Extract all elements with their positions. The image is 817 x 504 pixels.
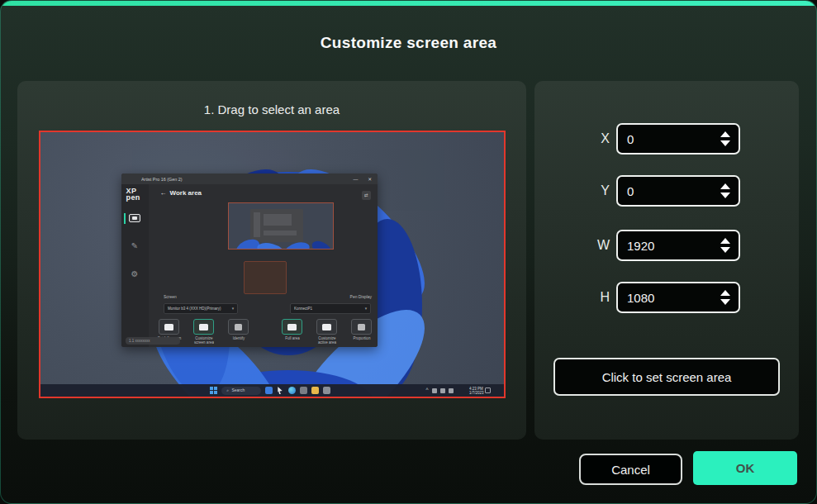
dialog-content: 1. Drag to select an area bbox=[17, 81, 799, 440]
cancel-button[interactable]: Cancel bbox=[579, 454, 682, 485]
h-spin-down-button[interactable] bbox=[720, 299, 730, 305]
notification-icon bbox=[485, 388, 491, 393]
gear-icon: ⚙ bbox=[131, 270, 139, 278]
tablet-area-icon bbox=[287, 324, 297, 330]
tablet-area-icon bbox=[322, 324, 331, 330]
h-input[interactable]: 1080 bbox=[616, 282, 740, 313]
monitor-preview-window bbox=[250, 209, 303, 242]
dialog-title: Customize screen area bbox=[1, 34, 816, 52]
tablet-area-preview bbox=[244, 261, 287, 294]
battery-icon bbox=[449, 388, 454, 393]
full-area-button: Full area bbox=[278, 319, 306, 347]
search-icon: ⌕ bbox=[226, 388, 229, 392]
x-spin-up-button[interactable] bbox=[720, 131, 730, 137]
app-title: Artist Pro 16 (Gen 2) bbox=[141, 177, 183, 182]
wifi-icon bbox=[432, 388, 437, 393]
x-label: X bbox=[593, 131, 610, 146]
w-input[interactable]: 1920 bbox=[616, 230, 740, 261]
y-spin-down-button[interactable] bbox=[720, 193, 730, 198]
cursor-icon bbox=[277, 387, 284, 394]
back-icon: ← bbox=[160, 189, 167, 197]
set-screen-area-button[interactable]: Click to set screen area bbox=[553, 358, 780, 396]
customize-active-area-button: Customize active area bbox=[313, 319, 341, 347]
monitor-dropdown: Monitor b3 4 (XXX HD)(Primary) ▾ bbox=[164, 303, 238, 314]
sidebar-item-tablet bbox=[121, 213, 149, 224]
identify-button: Identify bbox=[225, 319, 253, 347]
driver-version-badge: 1.1 xxxxxxxx bbox=[126, 337, 180, 345]
rotate-icon: ⇄ bbox=[362, 191, 371, 200]
taskbar-search: ⌕ Search bbox=[221, 387, 261, 395]
minimize-icon: — bbox=[354, 176, 359, 182]
window-controls: — ✕ bbox=[352, 174, 373, 184]
x-input[interactable]: 0 bbox=[616, 123, 740, 155]
h-spin-up-button[interactable] bbox=[720, 290, 730, 296]
chat-icon bbox=[265, 387, 273, 394]
pen-icon: ✎ bbox=[131, 242, 138, 250]
screen-icon bbox=[164, 324, 173, 330]
w-label: W bbox=[593, 238, 610, 253]
chevron-down-icon: ▾ bbox=[365, 306, 367, 311]
sidebar-item-pen: ✎ bbox=[121, 241, 149, 252]
tablet-icon bbox=[129, 214, 140, 222]
y-spin-up-button[interactable] bbox=[720, 183, 730, 189]
monitor-preview bbox=[228, 202, 334, 250]
drag-instruction: 1. Drag to select an area bbox=[17, 102, 526, 116]
xppen-logo: XP pen bbox=[126, 188, 149, 202]
camera-icon bbox=[323, 387, 330, 394]
mic-icon bbox=[300, 387, 307, 394]
pen-display-dropdown: KonnectP1 ▾ bbox=[290, 303, 371, 314]
pen-display-label: Pen Display bbox=[350, 294, 372, 299]
close-icon: ✕ bbox=[368, 176, 372, 182]
dialog-footer: Cancel OK bbox=[579, 451, 797, 485]
ok-button[interactable]: OK bbox=[693, 451, 797, 485]
identify-icon bbox=[235, 324, 242, 330]
sidebar-item-settings: ⚙ bbox=[121, 269, 149, 280]
h-label: H bbox=[593, 290, 610, 305]
y-input[interactable]: 0 bbox=[616, 175, 740, 207]
volume-icon bbox=[440, 388, 445, 393]
work-area-heading: Work area bbox=[170, 189, 202, 197]
window-accent-bar bbox=[1, 1, 816, 6]
w-spin-up-button[interactable] bbox=[720, 238, 730, 244]
windows-taskbar: ⌕ Search ^ bbox=[40, 384, 504, 397]
folder-icon bbox=[311, 387, 319, 394]
app-sidebar: XP pen ✎ bbox=[121, 184, 149, 347]
drag-select-panel: 1. Drag to select an area bbox=[17, 81, 526, 440]
screen-icon bbox=[199, 324, 208, 330]
active-indicator bbox=[124, 213, 126, 224]
taskbar-clock: 4:23 PM 1/7/2023 bbox=[457, 387, 482, 395]
screen-label: Screen bbox=[164, 294, 177, 299]
app-titlebar: Artist Pro 16 (Gen 2) — ✕ bbox=[121, 174, 378, 184]
y-label: Y bbox=[593, 183, 610, 198]
proportion-icon bbox=[358, 324, 365, 330]
chevron-down-icon: ▾ bbox=[232, 306, 234, 311]
driver-app-window: Artist Pro 16 (Gen 2) — ✕ XP pen bbox=[121, 174, 378, 347]
w-spin-down-button[interactable] bbox=[720, 247, 730, 253]
customize-screen-area-button: Customize screen area bbox=[190, 319, 218, 347]
coordinates-panel: X 0 Y 0 bbox=[534, 81, 799, 440]
chevron-up-icon: ^ bbox=[425, 388, 428, 393]
customize-screen-area-dialog: Customize screen area 1. Drag to select … bbox=[0, 0, 817, 504]
screen-area-preview[interactable]: Artist Pro 16 (Gen 2) — ✕ XP pen bbox=[39, 131, 506, 398]
work-area-page: ← Work area ⇄ bbox=[149, 184, 378, 347]
edge-icon bbox=[288, 387, 296, 394]
proportion-button: Proportion bbox=[348, 319, 376, 347]
x-spin-down-button[interactable] bbox=[720, 140, 730, 146]
start-icon bbox=[210, 387, 217, 394]
